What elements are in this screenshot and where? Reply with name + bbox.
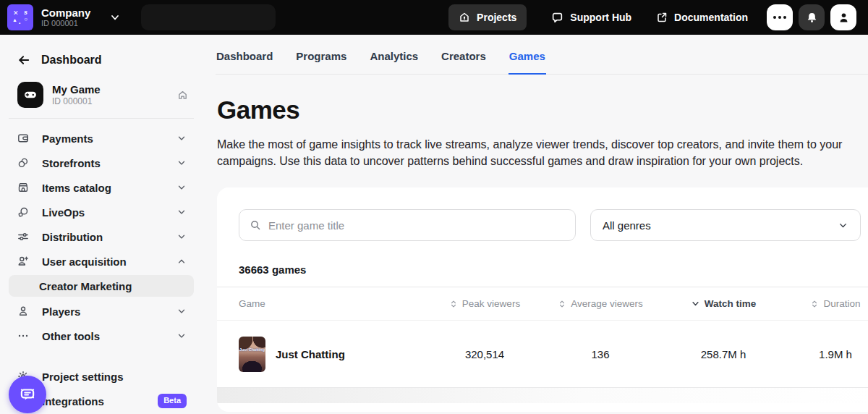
game-name: Just Chatting xyxy=(276,348,345,360)
sidebar-item-label: Storefronts xyxy=(42,157,101,169)
bell-icon xyxy=(806,12,818,24)
chevron-down-icon xyxy=(176,331,187,341)
speech-bubble-icon xyxy=(551,12,563,24)
sidebar-item-players[interactable]: Players xyxy=(9,299,194,324)
sidebar-item-label: Payments xyxy=(42,132,93,145)
documentation-link[interactable]: Documentation xyxy=(656,12,748,23)
projects-button[interactable]: Projects xyxy=(448,4,527,30)
ellipsis-icon xyxy=(17,330,29,342)
sidebar-item-label: Integrations xyxy=(42,395,104,407)
search-icon xyxy=(250,219,261,231)
projects-label: Projects xyxy=(477,12,516,23)
games-card: All genres 36663 games Game Peak viewers… xyxy=(217,187,868,412)
tag-icon xyxy=(17,206,29,218)
back-label: Dashboard xyxy=(41,54,102,67)
more-options-button[interactable] xyxy=(767,4,793,30)
sidebar-item-label: LiveOps xyxy=(42,206,85,219)
documentation-label: Documentation xyxy=(674,12,748,23)
home-icon[interactable] xyxy=(177,90,188,101)
chevron-down-icon xyxy=(176,232,187,242)
sort-icon xyxy=(810,300,819,308)
chat-support-fab[interactable] xyxy=(9,376,46,413)
ellipsis-icon xyxy=(773,16,786,19)
sidebar-item-user-acquisition[interactable]: User acquisition xyxy=(9,249,194,274)
duration-value: 1.9M h xyxy=(781,348,868,360)
column-header-duration[interactable]: Duration xyxy=(781,298,868,309)
chat-bubble-icon xyxy=(18,385,37,404)
chevron-down-icon xyxy=(838,220,848,231)
table-header: Game Peak viewers Average viewers Watch … xyxy=(217,287,868,321)
topbar: ✕s▲○▪ Company ID 000001 Projects Support… xyxy=(0,0,868,35)
wallet-icon xyxy=(17,132,29,144)
person-icon xyxy=(838,12,850,24)
column-header-peak-viewers[interactable]: Peak viewers xyxy=(434,298,535,309)
sidebar-item-label: Players xyxy=(42,305,80,318)
sidebar-item-liveops[interactable]: LiveOps xyxy=(9,200,194,224)
sidebar-item-label: Distribution xyxy=(42,231,103,243)
results-count: 36663 games xyxy=(217,241,868,287)
project-name: My Game xyxy=(52,83,101,96)
sidebar-item-distribution[interactable]: Distribution xyxy=(9,224,194,249)
account-button[interactable] xyxy=(830,4,856,30)
sidebar-item-creator-marketing[interactable]: Creator Marketing xyxy=(9,275,194,297)
game-thumbnail: Just Chatting xyxy=(239,337,265,372)
beta-badge: Beta xyxy=(158,394,187,408)
arrow-left-icon xyxy=(17,54,30,67)
company-block[interactable]: Company ID 000001 xyxy=(41,7,90,28)
tab-analytics[interactable]: Analytics xyxy=(369,50,419,74)
chevron-down-icon xyxy=(176,306,187,316)
sidebar-item-payments[interactable]: Payments xyxy=(9,126,194,151)
chevron-down-icon xyxy=(176,133,187,143)
sidebar-item-label: Items catalog xyxy=(42,182,111,194)
column-header-game[interactable]: Game xyxy=(239,298,434,309)
game-search-input[interactable] xyxy=(268,219,565,232)
page-title: Games xyxy=(217,96,868,124)
sidebar-item-storefronts[interactable]: Storefronts xyxy=(9,151,194,175)
sort-icon xyxy=(449,300,458,308)
tab-dashboard[interactable]: Dashboard xyxy=(216,50,273,74)
chevron-down-icon xyxy=(176,158,187,168)
column-header-watch-time[interactable]: Watch time xyxy=(665,298,781,309)
peak-viewers-value: 320,514 xyxy=(434,348,535,360)
external-link-icon xyxy=(656,12,668,23)
company-id: ID 000001 xyxy=(41,19,90,28)
sidebar-item-label: Other tools xyxy=(42,330,100,342)
chevron-down-icon xyxy=(176,182,187,193)
tab-creators[interactable]: Creators xyxy=(441,50,487,74)
sidebar-divider xyxy=(9,118,194,119)
back-to-dashboard[interactable]: Dashboard xyxy=(0,35,203,67)
support-hub-label: Support Hub xyxy=(570,12,631,23)
user-plus-icon xyxy=(17,255,29,267)
watch-time-value: 258.7M h xyxy=(665,348,781,360)
average-viewers-value: 136 xyxy=(535,348,665,360)
gamepad-icon xyxy=(17,82,43,108)
sliders-icon xyxy=(17,231,29,242)
genre-select[interactable]: All genres xyxy=(590,209,861,241)
sidebar-item-items-catalog[interactable]: Items catalog xyxy=(9,175,194,200)
sort-desc-icon xyxy=(691,299,700,308)
sidebar-item-label: User acquisition xyxy=(42,255,127,268)
company-chevron-down-icon[interactable] xyxy=(109,12,121,23)
shop-icon xyxy=(17,182,29,193)
main-content: Dashboard Programs Analytics Creators Ga… xyxy=(216,35,868,414)
game-search-field[interactable] xyxy=(239,209,576,241)
tab-bar: Dashboard Programs Analytics Creators Ga… xyxy=(216,35,868,75)
tab-programs[interactable]: Programs xyxy=(295,50,347,74)
tab-games[interactable]: Games xyxy=(509,50,546,74)
company-logo-icon[interactable]: ✕s▲○▪ xyxy=(7,4,33,30)
sort-icon xyxy=(558,300,566,308)
genre-select-value: All genres xyxy=(603,219,651,232)
notifications-button[interactable] xyxy=(799,4,825,30)
sidebar-item-other-tools[interactable]: Other tools xyxy=(9,324,194,348)
user-icon xyxy=(17,305,29,317)
sidebar: Dashboard My Game ID 000001 Payments xyxy=(0,35,203,414)
sidebar-item-label: Project settings xyxy=(42,371,124,383)
project-selector-box[interactable] xyxy=(141,4,276,30)
table-row[interactable]: Just Chatting Just Chatting 320,514 136 … xyxy=(217,321,868,388)
page-description: Make the most of game insights to track … xyxy=(217,136,864,169)
support-hub-link[interactable]: Support Hub xyxy=(551,12,631,24)
column-header-average-viewers[interactable]: Average viewers xyxy=(535,298,665,309)
project-id: ID 000001 xyxy=(52,96,101,107)
current-project[interactable]: My Game ID 000001 xyxy=(0,67,203,108)
sidebar-item-label: Creator Marketing xyxy=(39,280,132,292)
